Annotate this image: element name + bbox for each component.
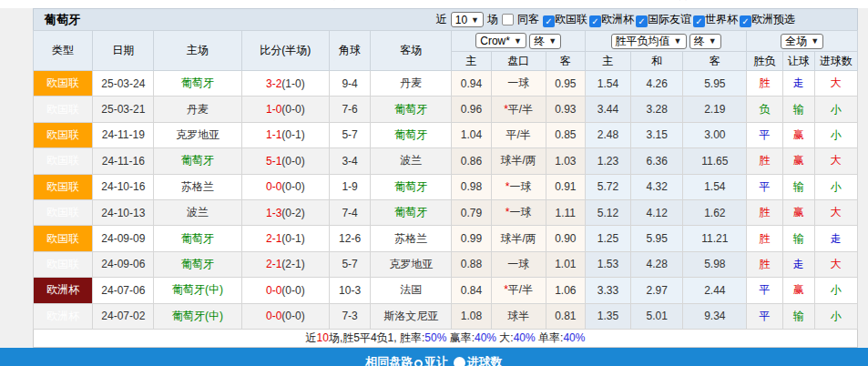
match-row[interactable]: 欧国联 24-11-19 克罗地亚 1-1(0-1) 5-7 葡萄牙 1.04 … — [34, 122, 858, 147]
home-team: 葡萄牙 — [154, 251, 241, 277]
summary-segment: 40% — [514, 331, 536, 344]
same-away-label: 同客 — [517, 12, 539, 27]
match-date: 25-03-21 — [93, 97, 154, 122]
handicap-result-mark: 赢 — [782, 199, 814, 225]
handicap-away-odds: 1.11 — [546, 199, 585, 225]
summary-segment: 大: — [496, 331, 514, 344]
avg-odds-select[interactable]: 胜平负均值 ▼ — [611, 34, 687, 49]
league-type-badge: 欧国联 — [34, 148, 93, 174]
league-checkbox-label: 欧国联 — [555, 13, 587, 25]
away-team: 葡萄牙 — [371, 122, 452, 147]
match-row[interactable]: 欧国联 24-10-16 苏格兰 0-0(0-0) 1-9 葡萄牙 0.98 *… — [34, 174, 858, 199]
handicap-result-mark: 输 — [782, 97, 814, 122]
result-mark: 胜 — [747, 226, 782, 251]
handicap-home-odds: 1.08 — [452, 303, 491, 329]
league-type-badge: 欧国联 — [34, 199, 93, 225]
match-row[interactable]: 欧国联 24-11-16 葡萄牙 5-1(0-0) 3-4 波兰 0.86 球半… — [34, 148, 858, 174]
handicap-line: *一球 — [491, 199, 546, 225]
corner-count: 5-7 — [330, 122, 371, 147]
league-checkbox-1[interactable]: ✓ — [589, 15, 601, 27]
match-date: 24-10-13 — [93, 199, 154, 225]
euro-lose-odds: 1.62 — [683, 199, 747, 225]
match-row[interactable]: 欧国联 25-03-24 葡萄牙 3-2(1-0) 9-4 丹麦 0.94 一球… — [34, 71, 858, 97]
handicap-time-select[interactable]: 终 ▼ — [529, 34, 561, 49]
match-row[interactable]: 欧国联 24-09-09 葡萄牙 2-1(0-1) 12-6 苏格兰 0.99 … — [34, 226, 858, 251]
handicap-away-odds: 1.06 — [546, 278, 585, 303]
goals-result-mark: 小 — [814, 278, 857, 303]
euro-draw-odds: 4.28 — [631, 251, 683, 277]
scope-select[interactable]: 全场 ▼ — [781, 34, 823, 49]
col-header-hcap-home: 主 — [452, 52, 491, 71]
home-team: 苏格兰 — [154, 174, 241, 199]
handicap-line: 一球 — [491, 71, 546, 97]
corner-count: 1-9 — [330, 174, 371, 199]
league-checkbox-3[interactable]: ✓ — [693, 15, 705, 27]
corner-count: 12-6 — [330, 226, 371, 251]
chevron-down-icon: ▼ — [674, 36, 682, 46]
home-team: 葡萄牙(中) — [154, 278, 241, 303]
col-header-result: 胜负 — [747, 52, 782, 71]
col-header-hcap-line: 盘口 — [491, 52, 546, 71]
asian-handicap-radio[interactable] — [414, 360, 423, 366]
score-cell: 1-1(0-1) — [241, 122, 329, 147]
euro-draw-odds: 4.32 — [631, 174, 683, 199]
handicap-result-mark: 走 — [782, 71, 814, 97]
corner-count: 7-4 — [330, 199, 371, 225]
result-mark: 平 — [747, 278, 782, 303]
summary-segment: 40% — [475, 331, 496, 344]
league-type-badge: 欧国联 — [34, 251, 93, 277]
euro-time-select[interactable]: 终 ▼ — [689, 34, 721, 49]
league-type-badge: 欧国联 — [34, 71, 93, 97]
match-row[interactable]: 欧洲杯 24-07-02 葡萄牙(中) 0-0(0-0) 7-3 斯洛文尼亚 1… — [34, 303, 858, 329]
goals-result-mark: 小 — [814, 174, 857, 199]
euro-draw-odds: 4.26 — [631, 71, 683, 97]
score-cell: 0-0(0-0) — [241, 174, 329, 199]
handicap-line: *平/半 — [491, 278, 546, 303]
match-date: 25-03-24 — [93, 71, 154, 97]
handicap-away-odds: 0.95 — [546, 71, 585, 97]
col-header-score: 比分(半场) — [241, 31, 329, 71]
euro-draw-odds: 5.01 — [631, 303, 683, 329]
euro-dropdown-group: 胜平负均值 ▼ 终 ▼ — [585, 31, 747, 52]
near-label: 近 — [436, 12, 447, 27]
handicap-result-mark: 赢 — [782, 122, 814, 147]
match-row[interactable]: 欧国联 25-03-21 丹麦 1-0(0-0) 7-6 葡萄牙 0.96 *平… — [34, 97, 858, 122]
goals-result-mark: 大 — [814, 199, 857, 225]
euro-time-value: 终 — [694, 34, 705, 49]
same-trend-bar: 相同盘路亚让 进球数 — [0, 348, 868, 366]
match-row[interactable]: 欧洲杯 24-07-06 葡萄牙(中) 0-0(0-0) 10-3 法国 0.8… — [34, 278, 858, 303]
asian-handicap-label: 亚让 — [424, 355, 448, 366]
col-header-euro-win: 主 — [585, 52, 630, 71]
euro-lose-odds: 11.21 — [683, 226, 747, 251]
away-team: 波兰 — [371, 148, 452, 174]
chevron-down-icon: ▼ — [709, 36, 717, 46]
goals-radio[interactable] — [454, 357, 465, 366]
euro-draw-odds: 2.97 — [631, 278, 683, 303]
euro-lose-odds: 5.95 — [683, 71, 747, 97]
league-checkbox-0[interactable]: ✓ — [543, 15, 555, 27]
league-checkbox-2[interactable]: ✓ — [636, 15, 648, 27]
handicap-home-odds: 0.86 — [452, 148, 491, 174]
summary-segment: 10 — [317, 331, 329, 344]
result-mark: 平 — [747, 122, 782, 147]
euro-draw-odds: 6.36 — [631, 148, 683, 174]
league-filter-group: ✓欧国联✓欧洲杯✓国际友谊✓世界杯✓欧洲预选 — [543, 12, 797, 27]
match-row[interactable]: 欧国联 24-10-13 波兰 1-3(0-2) 7-4 葡萄牙 0.79 *一… — [34, 199, 858, 225]
bookmaker-select[interactable]: Crow* ▼ — [475, 33, 526, 48]
result-mark: 负 — [747, 97, 782, 122]
euro-lose-odds: 2.44 — [683, 278, 747, 303]
euro-lose-odds: 11.65 — [683, 148, 747, 174]
euro-draw-odds: 5.95 — [631, 226, 683, 251]
summary-segment: 近 — [306, 331, 317, 344]
same-away-checkbox[interactable] — [502, 14, 514, 25]
away-team: 葡萄牙 — [371, 174, 452, 199]
match-row[interactable]: 欧国联 24-09-06 葡萄牙 2-1(2-1) 5-7 克罗地亚 0.88 … — [34, 251, 858, 277]
near-count-select[interactable]: 10 ▼ — [451, 12, 484, 27]
away-team: 斯洛文尼亚 — [371, 303, 452, 329]
handicap-home-odds: 0.94 — [452, 71, 491, 97]
league-checkbox-4[interactable]: ✓ — [740, 15, 751, 27]
bookmaker-value: Crow* — [480, 35, 510, 47]
chevron-down-icon: ▼ — [811, 36, 819, 46]
col-header-date: 日期 — [93, 31, 154, 71]
corner-count: 7-3 — [330, 303, 371, 329]
